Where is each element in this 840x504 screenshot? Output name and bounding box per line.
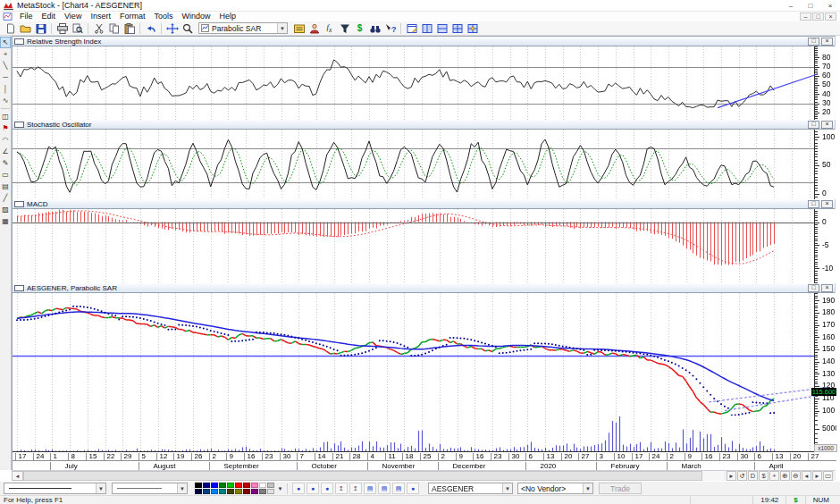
context-help-button[interactable]: ? [382, 22, 398, 35]
chart-option-button-6[interactable]: ▤ [364, 483, 376, 494]
chart-option-button-2[interactable]: ● [307, 483, 319, 494]
chevron-down-icon[interactable]: ▼ [502, 483, 512, 493]
zoom-reset-button[interactable]: ▭ [823, 471, 833, 481]
move-chart-button[interactable] [164, 22, 180, 35]
pan-right-button[interactable]: ▸ [812, 471, 822, 481]
vendor-combo[interactable]: <No Vendor> ▼ [517, 483, 593, 494]
tile-horizontal-button[interactable] [434, 22, 449, 35]
arc-tool[interactable]: ◠ [0, 134, 11, 146]
palette-swatch[interactable] [227, 489, 234, 494]
fibonacci-tool[interactable]: ▤ [0, 181, 11, 192]
open-button[interactable] [18, 22, 33, 35]
chart-option-button-4[interactable]: ↥ [335, 483, 348, 494]
stochastic-panel-header[interactable]: Stochastic Oscillator □ × [13, 120, 835, 130]
trade-button[interactable]: Trade [599, 483, 642, 494]
palette-swatch[interactable] [243, 489, 250, 494]
line-style-combo[interactable]: ▼ [4, 483, 106, 494]
save-button[interactable] [33, 22, 48, 35]
angle-tool[interactable]: ∠ [0, 146, 11, 157]
palette-swatch[interactable] [259, 483, 266, 488]
panel-maximize-button[interactable]: □ [808, 38, 819, 46]
price-panel-header[interactable]: AESGENER, Parabolic SAR □ × [13, 283, 835, 293]
menu-item-insert[interactable]: Insert [86, 12, 115, 21]
new-chart-button[interactable] [3, 22, 18, 35]
data-window-button[interactable]: D [748, 471, 758, 481]
new-chart-window-button[interactable] [404, 22, 419, 35]
vertical-line-tool[interactable]: │ [0, 83, 11, 95]
refresh-button[interactable]: ↺ [737, 471, 747, 481]
menu-item-tools[interactable]: Tools [149, 12, 177, 21]
panel-close-button[interactable]: × [821, 38, 833, 46]
print-button[interactable] [55, 22, 70, 35]
chart-option-button-7[interactable]: ▤ [378, 483, 391, 494]
child-close-button[interactable]: × [825, 13, 836, 21]
enhanced-system-tester-button[interactable] [337, 22, 352, 35]
chevron-down-icon[interactable]: ▼ [277, 23, 287, 33]
print-preview-button[interactable] [70, 22, 85, 35]
rsi-panel-header[interactable]: Relative Strength Index □ × [13, 37, 835, 46]
palette-swatch[interactable] [251, 489, 258, 494]
menu-item-help[interactable]: Help [214, 12, 240, 21]
trendline-tool[interactable]: ╲ [0, 60, 11, 71]
price-scale-button[interactable]: $ [759, 471, 769, 481]
step-right-button[interactable]: ▸ [727, 471, 736, 481]
chart-option-button-5[interactable]: ↥ [349, 483, 362, 494]
menu-item-file[interactable]: File [15, 12, 38, 21]
expert-advisor-button[interactable] [307, 22, 322, 35]
indicator-quicklist-combo[interactable]: Parabolic SAR ▼ [198, 22, 288, 34]
paste-button[interactable] [122, 22, 137, 35]
grid-tool[interactable]: ▦ [0, 215, 11, 227]
panel-maximize-button[interactable]: □ [808, 200, 819, 208]
zoom-in-button[interactable]: ⊕ [780, 471, 790, 481]
chevron-down-icon[interactable]: ▼ [177, 483, 187, 493]
close-button[interactable]: × [820, 2, 840, 10]
eraser-tool[interactable]: ▭ [0, 169, 11, 181]
palette-swatch[interactable] [195, 489, 202, 494]
zoom-button[interactable] [180, 22, 195, 35]
scrollbar-thumb[interactable] [23, 471, 702, 481]
scroll-left-arrow-button[interactable]: ◂ [12, 471, 23, 481]
minimize-button[interactable]: – [781, 2, 801, 10]
palette-swatch[interactable] [251, 483, 258, 488]
palette-swatch[interactable] [219, 483, 226, 488]
palette-swatch[interactable] [243, 483, 250, 488]
undo-button[interactable] [143, 22, 158, 35]
volume-plot-canvas[interactable] [13, 416, 836, 451]
symbol-combo[interactable]: AESGENER ▼ [428, 483, 513, 494]
pointer-tool[interactable]: ↖ [0, 37, 11, 48]
chart-option-button-8[interactable]: ▤ [392, 483, 405, 494]
palette-swatch[interactable] [235, 489, 242, 494]
palette-swatch[interactable] [267, 483, 274, 488]
regression-line-tool[interactable]: ╱ [0, 192, 11, 204]
menu-item-edit[interactable]: Edit [38, 12, 61, 21]
panel-close-button[interactable]: × [821, 121, 833, 129]
palette-swatch[interactable] [259, 489, 266, 494]
menu-item-window[interactable]: Window [177, 12, 214, 21]
palette-swatch[interactable] [211, 483, 218, 488]
line-weight-combo[interactable]: ▼ [112, 483, 188, 494]
price-plot-canvas[interactable] [13, 293, 836, 416]
panel-close-button[interactable]: × [821, 284, 833, 292]
zoom-out-button[interactable]: ⊖ [791, 471, 801, 481]
add-data-button[interactable]: + [769, 471, 779, 481]
freehand-line-tool[interactable]: ∿ [0, 95, 11, 106]
crosshair-tool[interactable]: + [0, 48, 11, 60]
child-restore-button[interactable]: □ [812, 13, 824, 21]
indicator-builder-button[interactable]: fx [322, 22, 337, 35]
chart-option-button-1[interactable]: ● [292, 483, 305, 494]
brush-tool[interactable]: ▨ [0, 204, 11, 215]
indicator-quicklist-button[interactable] [291, 22, 307, 35]
palette-swatch[interactable] [211, 489, 218, 494]
palette-swatch[interactable] [227, 483, 234, 488]
palette-swatch[interactable] [235, 483, 242, 488]
horizontal-line-tool[interactable]: ─ [0, 71, 11, 83]
cycle-lines-tool[interactable]: ◫ [0, 111, 11, 122]
palette-swatch[interactable] [195, 483, 202, 488]
palette-swatch[interactable] [203, 489, 210, 494]
copy-button[interactable] [106, 22, 122, 35]
palette-more-button[interactable]: ▼ [276, 483, 284, 494]
workspace-button[interactable] [465, 22, 480, 35]
flag-tool[interactable]: ⚑ [0, 122, 11, 134]
macd-panel-header[interactable]: MACD □ × [13, 199, 835, 209]
tile-grid-button[interactable] [449, 22, 465, 35]
